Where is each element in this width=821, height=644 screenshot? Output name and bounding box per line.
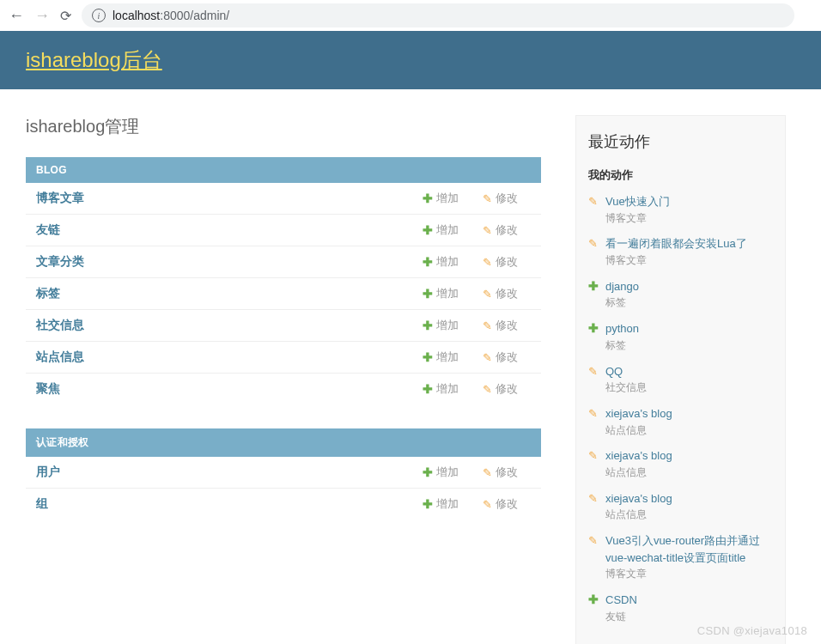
my-actions-heading: 我的动作: [588, 167, 773, 183]
add-label: 增加: [436, 222, 459, 238]
model-link[interactable]: 站点信息: [36, 349, 410, 365]
plus-icon: ✚: [423, 223, 433, 237]
add-link[interactable]: ✚增加: [423, 286, 471, 301]
main-column: ishareblog管理 BLOG博客文章✚增加✎修改友链✚增加✎修改文章分类✚…: [26, 115, 541, 544]
plus-icon: ✚: [423, 255, 433, 269]
pencil-icon: ✎: [483, 192, 492, 205]
pencil-icon: ✎: [588, 490, 600, 507]
model-link[interactable]: 用户: [36, 465, 410, 480]
recent-action-link[interactable]: QQ: [605, 365, 623, 378]
recent-action-link[interactable]: Vue3引入vue-router路由并通过vue-wechat-title设置页…: [605, 534, 760, 564]
model-link[interactable]: 文章分类: [36, 254, 410, 270]
add-link[interactable]: ✚增加: [423, 191, 471, 206]
recent-action-type: 博客文章: [605, 211, 773, 226]
recent-action-link[interactable]: CSDN: [605, 593, 637, 606]
model-link[interactable]: 博客文章: [36, 191, 410, 206]
change-link[interactable]: ✎修改: [483, 465, 531, 480]
add-link[interactable]: ✚增加: [423, 318, 471, 333]
recent-action-item: ✎xiejava's blog站点信息: [588, 490, 773, 522]
recent-action-item: ✎xiejava's blog站点信息: [588, 405, 773, 437]
model-row: 用户✚增加✎修改: [26, 457, 541, 489]
site-title-link[interactable]: ishareblog后台: [26, 48, 162, 71]
add-link[interactable]: ✚增加: [423, 496, 471, 512]
change-link[interactable]: ✎修改: [483, 222, 531, 238]
reload-button[interactable]: ⟳: [60, 8, 71, 24]
recent-action-link[interactable]: Vue快速入门: [605, 195, 670, 208]
add-link[interactable]: ✚增加: [423, 222, 471, 238]
module-caption: 认证和授权: [26, 428, 541, 457]
action-item-body: django标签: [605, 278, 773, 310]
pencil-icon: ✎: [588, 532, 600, 550]
add-label: 增加: [436, 286, 459, 301]
recent-action-type: 站点信息: [605, 423, 773, 438]
pencil-icon: ✎: [483, 288, 492, 301]
pencil-icon: ✎: [483, 466, 492, 479]
address-bar[interactable]: i localhost:8000/admin/: [82, 3, 794, 27]
recent-action-type: 标签: [605, 338, 773, 353]
pencil-icon: ✎: [483, 224, 492, 237]
model-link[interactable]: 社交信息: [36, 318, 410, 333]
model-link[interactable]: 标签: [36, 286, 410, 301]
app-module: 认证和授权用户✚增加✎修改组✚增加✎修改: [26, 428, 541, 519]
recent-action-link[interactable]: python: [605, 322, 639, 335]
add-link[interactable]: ✚增加: [423, 465, 471, 480]
action-item-body: xiejava's blog站点信息: [605, 405, 773, 437]
action-item-body: CSDN友链: [605, 592, 773, 623]
change-label: 修改: [496, 254, 518, 270]
action-item-body: xiejava's blog站点信息: [605, 447, 773, 479]
change-link[interactable]: ✎修改: [483, 381, 531, 397]
recent-action-link[interactable]: xiejava's blog: [605, 407, 672, 420]
site-header: ishareblog后台: [0, 31, 821, 89]
forward-button[interactable]: →: [34, 7, 50, 25]
change-link[interactable]: ✎修改: [483, 349, 531, 365]
model-row: 文章分类✚增加✎修改: [26, 246, 541, 278]
plus-icon: ✚: [423, 319, 433, 332]
browser-toolbar: ← → ⟳ i localhost:8000/admin/: [0, 0, 821, 31]
pencil-icon: ✎: [483, 256, 492, 269]
change-link[interactable]: ✎修改: [483, 496, 531, 512]
page-title: ishareblog管理: [26, 115, 541, 138]
recent-action-item: ✎Vue快速入门博客文章: [588, 193, 773, 225]
model-row: 友链✚增加✎修改: [26, 215, 541, 246]
model-row: 博客文章✚增加✎修改: [26, 183, 541, 215]
sidebar: 最近动作 我的动作 ✎Vue快速入门博客文章✎看一遍闭着眼都会安装Lua了博客文…: [575, 115, 786, 644]
model-row: 标签✚增加✎修改: [26, 278, 541, 310]
recent-action-link[interactable]: xiejava's blog: [605, 449, 672, 462]
recent-action-link[interactable]: django: [605, 280, 639, 293]
recent-action-type: 站点信息: [605, 507, 773, 522]
recent-action-item: ✚django标签: [588, 278, 773, 310]
add-label: 增加: [436, 496, 459, 512]
change-link[interactable]: ✎修改: [483, 191, 531, 206]
change-link[interactable]: ✎修改: [483, 318, 531, 333]
pencil-icon: ✎: [588, 405, 600, 422]
pencil-icon: ✎: [483, 351, 492, 364]
recent-action-item: ✎xiejava's blog站点信息: [588, 447, 773, 479]
action-item-body: QQ社交信息: [605, 363, 773, 395]
back-button[interactable]: ←: [9, 7, 24, 25]
recent-action-type: 社交信息: [605, 380, 773, 395]
add-link[interactable]: ✚增加: [423, 381, 471, 397]
recent-action-link[interactable]: xiejava's blog: [605, 492, 672, 505]
pencil-icon: ✎: [588, 193, 600, 210]
model-link[interactable]: 聚焦: [36, 381, 410, 397]
action-item-body: Vue3引入vue-router路由并通过vue-wechat-title设置页…: [605, 532, 773, 581]
change-link[interactable]: ✎修改: [483, 286, 531, 301]
recent-action-link[interactable]: 看一遍闭着眼都会安装Lua了: [605, 237, 747, 250]
model-link[interactable]: 组: [36, 496, 410, 512]
add-link[interactable]: ✚增加: [423, 254, 471, 270]
change-link[interactable]: ✎修改: [483, 254, 531, 270]
pencil-icon: ✎: [483, 383, 492, 396]
app-module: BLOG博客文章✚增加✎修改友链✚增加✎修改文章分类✚增加✎修改标签✚增加✎修改…: [26, 157, 541, 404]
plus-icon: ✚: [423, 350, 433, 364]
model-row: 组✚增加✎修改: [26, 489, 541, 519]
recent-action-item: ✎Vue3引入vue-router路由并通过vue-wechat-title设置…: [588, 532, 773, 581]
add-label: 增加: [436, 381, 459, 397]
recent-action-type: 站点信息: [605, 465, 773, 480]
model-row: 聚焦✚增加✎修改: [26, 374, 541, 404]
recent-action-item: ✚CSDN友链: [588, 592, 773, 623]
add-label: 增加: [436, 191, 459, 206]
recent-action-type: 标签: [605, 295, 773, 310]
model-link[interactable]: 友链: [36, 222, 410, 238]
add-link[interactable]: ✚增加: [423, 349, 471, 365]
recent-action-type: 博客文章: [605, 567, 773, 581]
